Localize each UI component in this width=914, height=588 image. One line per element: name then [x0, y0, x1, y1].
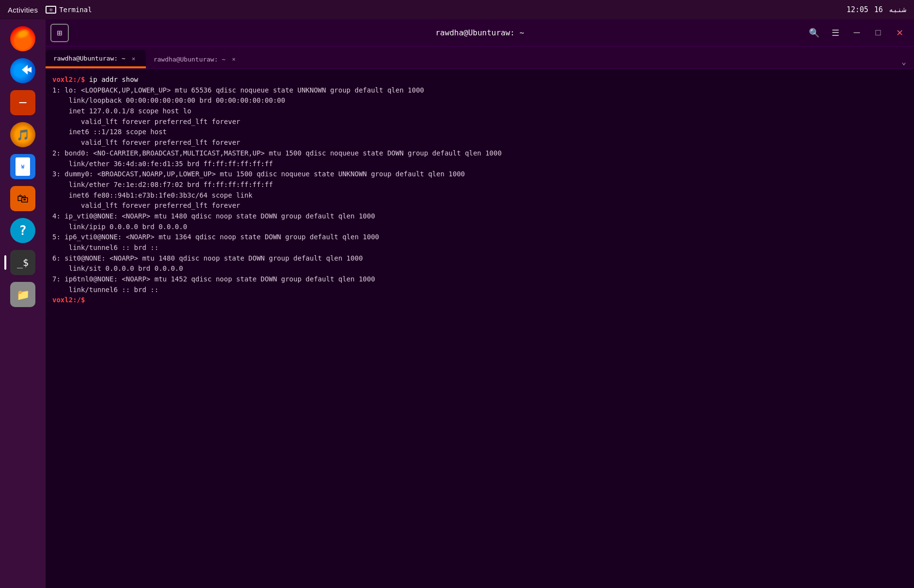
activities-button[interactable]: Activities [8, 6, 38, 14]
help-icon: ? [10, 218, 35, 243]
tab-1-close[interactable]: ✕ [129, 54, 138, 63]
minimize-icon: ─ [854, 28, 860, 38]
terminal-titlebar: ⊞ rawdha@Ubunturaw: ~ 🔍 ☰ ─ □ ✕ [46, 19, 914, 46]
sidebar-item-files2[interactable]: 📁 [8, 280, 37, 309]
files2-icon: 📁 [10, 282, 35, 307]
software-icon: 🛍 [10, 186, 35, 211]
tab-dropdown[interactable]: ⌄ [898, 55, 910, 68]
close-icon: ✕ [896, 28, 903, 38]
tab-1[interactable]: rawdha@Ubunturaw: ~ ✕ [46, 50, 146, 68]
terminal-dock-icon: _$ [10, 250, 35, 275]
titlebar-left: ⊞ [50, 24, 69, 42]
terminal-window: ⊞ rawdha@Ubunturaw: ~ 🔍 ☰ ─ □ ✕ rawdha@U… [46, 19, 914, 588]
terminal-title: rawdha@Ubunturaw: ~ [435, 28, 524, 37]
titlebar-controls: 🔍 ☰ ─ □ ✕ [804, 24, 909, 42]
maximize-icon: □ [876, 28, 881, 38]
terminal-output: voxl2:/$ ip addr show 1: lo: <LOOPBACK,U… [52, 75, 907, 306]
tab-2-close[interactable]: ✕ [229, 55, 238, 63]
menu-button[interactable]: ☰ [826, 24, 845, 42]
sidebar-item-software[interactable]: 🛍 [8, 184, 37, 213]
terminal-icon: ⊡ [46, 6, 56, 14]
clock-date: 16 [874, 5, 883, 14]
command-1: ip addr show [89, 76, 138, 83]
thunderbird-icon [10, 58, 35, 83]
search-icon: 🔍 [809, 28, 819, 38]
firefox-icon [10, 26, 35, 51]
new-tab-button[interactable]: ⊞ [50, 24, 69, 42]
sidebar-item-firefox[interactable] [8, 24, 37, 53]
new-tab-icon: ⊞ [57, 28, 63, 38]
terminal-app-label: ⊡ Terminal [46, 6, 92, 14]
close-button[interactable]: ✕ [890, 24, 909, 42]
terminal-content[interactable]: voxl2:/$ ip addr show 1: lo: <LOOPBACK,U… [46, 69, 914, 588]
minimize-button[interactable]: ─ [847, 24, 867, 42]
clock-time: 12:05 [847, 5, 868, 14]
tab-1-label: rawdha@Ubunturaw: ~ [53, 55, 126, 62]
sidebar-item-thunderbird[interactable] [8, 56, 37, 85]
clock-day: شنبه [889, 5, 906, 14]
menu-icon: ☰ [832, 28, 839, 38]
tab-2-label: rawdha@Ubunturaw: ~ [154, 56, 226, 63]
sidebar-item-terminal[interactable]: _$ [8, 248, 37, 277]
sidebar-item-help[interactable]: ? [8, 216, 37, 245]
files-icon [10, 90, 35, 115]
sidebar-item-rhythmbox[interactable]: 🎵 [8, 120, 37, 149]
sidebar-item-libreoffice[interactable]: W [8, 152, 37, 181]
prompt-1: voxl2:/$ [52, 76, 89, 83]
top-bar-left: Activities ⊡ Terminal [8, 6, 92, 14]
output-1: 1: lo: <LOOPBACK,UP,LOWER_UP> mtu 65536 … [52, 86, 502, 294]
prompt-2: voxl2:/$ [52, 296, 89, 304]
maximize-button[interactable]: □ [868, 24, 888, 42]
rhythmbox-icon: 🎵 [10, 122, 35, 147]
top-bar-right: 12:05 16 شنبه [847, 5, 906, 14]
terminal-tabs: rawdha@Ubunturaw: ~ ✕ rawdha@Ubunturaw: … [46, 46, 914, 69]
top-bar: Activities ⊡ Terminal 12:05 16 شنبه [0, 0, 914, 19]
sidebar: 🎵 W 🛍 ? _$ 📁 [0, 19, 46, 588]
tab-2[interactable]: rawdha@Ubunturaw: ~ ✕ [146, 50, 246, 68]
sidebar-item-files[interactable] [8, 88, 37, 117]
search-button[interactable]: 🔍 [804, 24, 824, 42]
libreoffice-icon: W [10, 154, 35, 179]
